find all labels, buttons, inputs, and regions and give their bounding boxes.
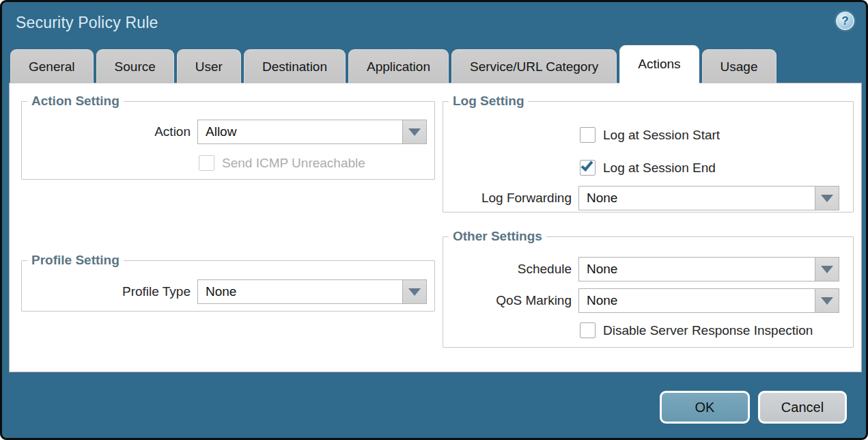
schedule-select-button[interactable] — [815, 257, 839, 281]
tab-source[interactable]: Source — [96, 49, 174, 83]
tab-bar: General Source User Destination Applicat… — [10, 45, 776, 83]
dsri-row: Disable Server Response Inspection — [443, 322, 853, 347]
ok-button[interactable]: OK — [660, 391, 750, 424]
tab-usage[interactable]: Usage — [702, 49, 776, 83]
qos-marking-select-value: None — [578, 288, 815, 313]
other-settings-legend: Other Settings — [449, 229, 546, 244]
action-row: Action Allow — [22, 120, 434, 144]
disable-server-response-inspection-label: Disable Server Response Inspection — [603, 322, 813, 339]
chevron-down-icon — [821, 195, 833, 202]
send-icmp-row: Send ICMP Unreachable — [22, 155, 434, 180]
other-settings-group: Other Settings Schedule None QoS Marking… — [443, 229, 854, 348]
action-label: Action — [22, 120, 191, 144]
tab-actions[interactable]: Actions — [619, 45, 699, 83]
send-icmp-checkbox[interactable] — [199, 155, 214, 171]
schedule-select[interactable]: None — [578, 257, 839, 281]
log-forwarding-select-button[interactable] — [815, 186, 839, 210]
schedule-select-value: None — [578, 257, 815, 281]
profile-type-row: Profile Type None — [22, 279, 434, 304]
log-forwarding-select[interactable]: None — [578, 186, 839, 210]
tab-service-url-category[interactable]: Service/URL Category — [451, 49, 617, 83]
log-forwarding-row: Log Forwarding None — [443, 186, 853, 210]
log-session-start-row: Log at Session Start — [443, 127, 853, 152]
qos-marking-select[interactable]: None — [578, 288, 839, 313]
log-session-start-checkbox[interactable] — [580, 127, 596, 143]
qos-marking-label: QoS Marking — [443, 288, 572, 313]
help-icon[interactable]: ? — [836, 12, 854, 30]
qos-marking-select-button[interactable] — [815, 288, 839, 313]
profile-type-select-button[interactable] — [403, 279, 427, 304]
profile-type-select[interactable]: None — [197, 279, 427, 304]
action-setting-group: Action Setting Action Allow Send ICMP Un… — [21, 94, 435, 180]
profile-setting-group: Profile Setting Profile Type None — [21, 253, 435, 312]
profile-type-select-value: None — [197, 279, 403, 304]
schedule-row: Schedule None — [443, 257, 853, 281]
disable-server-response-inspection-checkbox[interactable] — [580, 322, 596, 338]
action-setting-legend: Action Setting — [27, 94, 124, 109]
page-title: Security Policy Rule — [16, 14, 158, 32]
action-select[interactable]: Allow — [197, 120, 427, 144]
qos-marking-row: QoS Marking None — [443, 288, 853, 313]
security-policy-rule-dialog: Security Policy Rule ? General Source Us… — [0, 0, 868, 440]
actions-tab-panel: Action Setting Action Allow Send ICMP Un… — [9, 83, 862, 372]
checkmark-icon — [581, 159, 593, 171]
profile-type-label: Profile Type — [22, 279, 191, 304]
tab-user[interactable]: User — [177, 49, 241, 83]
profile-setting-legend: Profile Setting — [27, 253, 124, 268]
log-forwarding-select-value: None — [578, 186, 815, 210]
send-icmp-label: Send ICMP Unreachable — [222, 155, 365, 171]
title-bar: Security Policy Rule ? — [2, 2, 866, 44]
log-setting-group: Log Setting Log at Session Start Log at … — [443, 94, 854, 212]
tab-destination[interactable]: Destination — [244, 49, 346, 83]
chevron-down-icon — [821, 266, 833, 273]
tab-application[interactable]: Application — [348, 49, 449, 83]
tab-general[interactable]: General — [10, 49, 94, 83]
action-select-value: Allow — [197, 120, 403, 144]
log-forwarding-label: Log Forwarding — [443, 186, 572, 210]
chevron-down-icon — [408, 288, 421, 296]
log-session-end-label: Log at Session End — [603, 160, 716, 176]
log-setting-legend: Log Setting — [449, 94, 528, 109]
chevron-down-icon — [408, 128, 421, 136]
schedule-label: Schedule — [443, 257, 572, 281]
cancel-button[interactable]: Cancel — [758, 391, 847, 424]
log-session-end-row: Log at Session End — [443, 160, 853, 184]
log-session-end-checkbox[interactable] — [580, 160, 596, 176]
action-select-button[interactable] — [403, 120, 427, 144]
chevron-down-icon — [821, 297, 833, 305]
log-session-start-label: Log at Session Start — [603, 127, 720, 143]
